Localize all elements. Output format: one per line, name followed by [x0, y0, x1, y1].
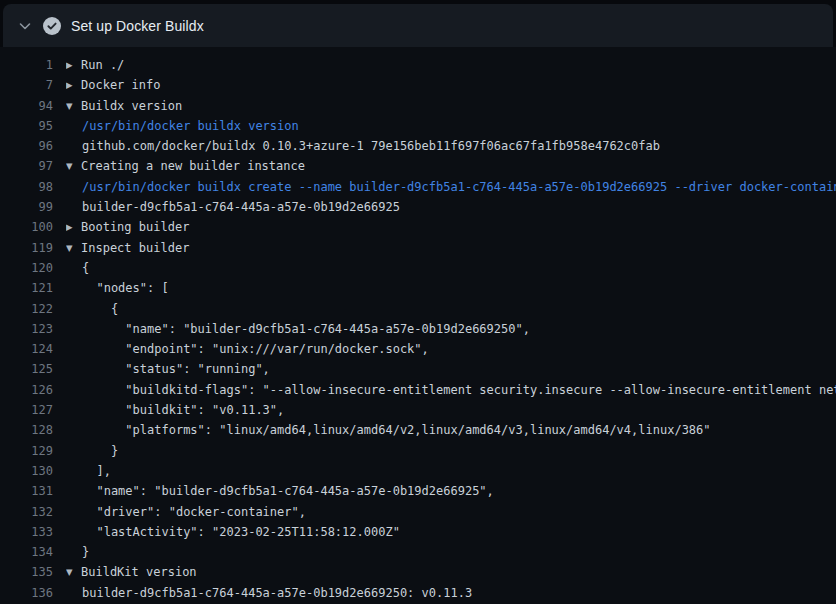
- triangle-collapsed-icon[interactable]: ▶: [66, 75, 81, 95]
- output-text: github.com/docker/buildx 0.10.3+azure-1 …: [66, 136, 836, 156]
- log-line: 121 "nodes": [: [0, 278, 836, 298]
- log-body: 1▶Run ./7▶Docker info94▼Buildx version95…: [0, 47, 836, 604]
- output-text: builder-d9cfb5a1-c764-445a-a57e-0b19d2e6…: [66, 583, 836, 603]
- line-number[interactable]: 135: [0, 562, 53, 582]
- line-number[interactable]: 95: [0, 116, 53, 136]
- line-number[interactable]: 128: [0, 420, 53, 440]
- output-text: {: [66, 258, 836, 278]
- log-group-line[interactable]: 1▶Run ./: [0, 55, 836, 75]
- line-number[interactable]: 124: [0, 339, 53, 359]
- group-title: Booting builder: [81, 220, 189, 234]
- output-text: "name": "builder-d9cfb5a1-c764-445a-a57e…: [66, 319, 836, 339]
- output-text: {: [66, 299, 836, 319]
- line-number[interactable]: 130: [0, 461, 53, 481]
- log-line: 136builder-d9cfb5a1-c764-445a-a57e-0b19d…: [0, 583, 836, 603]
- line-number[interactable]: 1: [0, 55, 53, 75]
- output-text: "buildkit": "v0.11.3",: [66, 400, 836, 420]
- log-line: 125 "status": "running",: [0, 359, 836, 379]
- line-number[interactable]: 122: [0, 299, 53, 319]
- log-line: 124 "endpoint": "unix:///var/run/docker.…: [0, 339, 836, 359]
- triangle-expanded-icon[interactable]: ▼: [66, 156, 81, 176]
- output-text: "nodes": [: [66, 278, 836, 298]
- group-title: Run ./: [81, 58, 124, 72]
- log-line: 128 "platforms": "linux/amd64,linux/amd6…: [0, 420, 836, 440]
- line-number[interactable]: 96: [0, 136, 53, 156]
- line-number[interactable]: 126: [0, 380, 53, 400]
- output-text: ],: [66, 461, 836, 481]
- line-number[interactable]: 127: [0, 400, 53, 420]
- triangle-expanded-icon[interactable]: ▼: [66, 562, 81, 582]
- line-number[interactable]: 136: [0, 583, 53, 603]
- log-line: 99builder-d9cfb5a1-c764-445a-a57e-0b19d2…: [0, 197, 836, 217]
- output-text: "buildkitd-flags": "--allow-insecure-ent…: [66, 380, 836, 400]
- log-line: 131 "name": "builder-d9cfb5a1-c764-445a-…: [0, 481, 836, 501]
- line-number[interactable]: 99: [0, 197, 53, 217]
- line-number[interactable]: 97: [0, 156, 53, 176]
- line-number[interactable]: 100: [0, 217, 53, 237]
- log-group-line[interactable]: 119▼Inspect builder: [0, 238, 836, 258]
- log-line: 120{: [0, 258, 836, 278]
- line-number[interactable]: 123: [0, 319, 53, 339]
- log-line: 123 "name": "builder-d9cfb5a1-c764-445a-…: [0, 319, 836, 339]
- output-text: "status": "running",: [66, 359, 836, 379]
- log-line: 96github.com/docker/buildx 0.10.3+azure-…: [0, 136, 836, 156]
- log-group-line[interactable]: 7▶Docker info: [0, 75, 836, 95]
- command-text: /usr/bin/docker buildx create --name bui…: [66, 177, 836, 197]
- group-title: Creating a new builder instance: [81, 159, 305, 173]
- log-line: 126 "buildkitd-flags": "--allow-insecure…: [0, 380, 836, 400]
- line-number[interactable]: 125: [0, 359, 53, 379]
- log-line: 122 {: [0, 299, 836, 319]
- step-header[interactable]: Set up Docker Buildx: [3, 4, 833, 47]
- output-text: }: [66, 542, 836, 562]
- line-number[interactable]: 121: [0, 278, 53, 298]
- log-line: 95/usr/bin/docker buildx version: [0, 116, 836, 136]
- triangle-collapsed-icon[interactable]: ▶: [66, 217, 81, 237]
- chevron-down-icon[interactable]: [17, 18, 33, 34]
- log-group-line[interactable]: 100▶Booting builder: [0, 217, 836, 237]
- line-number[interactable]: 129: [0, 441, 53, 461]
- output-text: "lastActivity": "2023-02-25T11:58:12.000…: [66, 522, 836, 542]
- triangle-collapsed-icon[interactable]: ▶: [66, 55, 81, 75]
- triangle-expanded-icon[interactable]: ▼: [66, 238, 81, 258]
- output-text: "driver": "docker-container",: [66, 502, 836, 522]
- log-group-line[interactable]: 97▼Creating a new builder instance: [0, 156, 836, 176]
- output-text: "name": "builder-d9cfb5a1-c764-445a-a57e…: [66, 481, 836, 501]
- group-title: Buildx version: [81, 99, 182, 113]
- group-title: Docker info: [81, 78, 160, 92]
- output-text: "endpoint": "unix:///var/run/docker.sock…: [66, 339, 836, 359]
- log-group-line[interactable]: 94▼Buildx version: [0, 96, 836, 116]
- log-line: 133 "lastActivity": "2023-02-25T11:58:12…: [0, 522, 836, 542]
- triangle-expanded-icon[interactable]: ▼: [66, 96, 81, 116]
- log-line: 134}: [0, 542, 836, 562]
- line-number[interactable]: 119: [0, 238, 53, 258]
- log-line: 132 "driver": "docker-container",: [0, 502, 836, 522]
- group-title: BuildKit version: [81, 565, 197, 579]
- output-text: "platforms": "linux/amd64,linux/amd64/v2…: [66, 420, 836, 440]
- output-text: builder-d9cfb5a1-c764-445a-a57e-0b19d2e6…: [66, 197, 836, 217]
- line-number[interactable]: 134: [0, 542, 53, 562]
- log-line: 129 }: [0, 441, 836, 461]
- line-number[interactable]: 120: [0, 258, 53, 278]
- line-number[interactable]: 131: [0, 481, 53, 501]
- log-line: 98/usr/bin/docker buildx create --name b…: [0, 177, 836, 197]
- line-number[interactable]: 133: [0, 522, 53, 542]
- line-number[interactable]: 98: [0, 177, 53, 197]
- group-title: Inspect builder: [81, 241, 189, 255]
- log-group-line[interactable]: 135▼BuildKit version: [0, 562, 836, 582]
- line-number[interactable]: 132: [0, 502, 53, 522]
- line-number[interactable]: 94: [0, 96, 53, 116]
- step-title: Set up Docker Buildx: [71, 18, 204, 34]
- output-text: }: [66, 441, 836, 461]
- line-number[interactable]: 7: [0, 75, 53, 95]
- command-text: /usr/bin/docker buildx version: [66, 116, 836, 136]
- check-circle-icon: [43, 17, 61, 35]
- log-line: 127 "buildkit": "v0.11.3",: [0, 400, 836, 420]
- log-line: 130 ],: [0, 461, 836, 481]
